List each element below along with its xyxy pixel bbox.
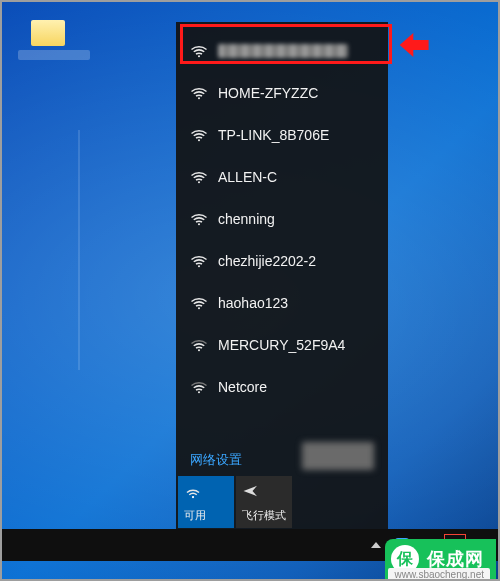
svg-point-6: [198, 307, 200, 309]
wifi-icon: [184, 482, 202, 500]
wifi-list: HOME-ZFYZZC TP-LINK_8B706E ALLEN-C chenn…: [176, 22, 388, 446]
svg-point-5: [198, 265, 200, 267]
desktop-icon[interactable]: [18, 20, 78, 60]
wifi-icon: [190, 84, 208, 102]
quick-action-wifi[interactable]: 可用: [178, 476, 234, 528]
svg-point-4: [198, 223, 200, 225]
wifi-name: Netcore: [218, 379, 267, 395]
wifi-icon: [190, 42, 208, 60]
svg-point-2: [198, 139, 200, 141]
wifi-icon: [190, 126, 208, 144]
quick-action-airplane[interactable]: 飞行模式: [236, 476, 292, 528]
wifi-name: TP-LINK_8B706E: [218, 127, 329, 143]
network-settings-link[interactable]: 网络设置: [190, 451, 242, 469]
wifi-item[interactable]: HOME-ZFYZZC: [176, 72, 388, 114]
wifi-item[interactable]: Netcore: [176, 366, 388, 408]
svg-point-8: [198, 391, 200, 393]
wifi-item[interactable]: [176, 30, 388, 72]
wifi-name: chenning: [218, 211, 275, 227]
wifi-icon: [190, 252, 208, 270]
svg-point-7: [198, 349, 200, 351]
network-settings-meta-blur: [302, 442, 374, 470]
wifi-name: MERCURY_52F9A4: [218, 337, 345, 353]
tray-overflow-chevron-icon[interactable]: [366, 535, 386, 555]
wifi-name: ALLEN-C: [218, 169, 277, 185]
folder-icon: [31, 20, 65, 46]
quick-action-airplane-label: 飞行模式: [242, 508, 286, 523]
network-flyout: HOME-ZFYZZC TP-LINK_8B706E ALLEN-C chenn…: [176, 22, 388, 530]
airplane-icon: [242, 482, 260, 500]
svg-point-1: [198, 97, 200, 99]
wifi-item[interactable]: MERCURY_52F9A4: [176, 324, 388, 366]
svg-point-3: [198, 181, 200, 183]
wifi-item[interactable]: chezhijie2202-2: [176, 240, 388, 282]
annotation-arrow-icon: [398, 30, 432, 60]
wifi-icon: [190, 378, 208, 396]
wifi-name: HOME-ZFYZZC: [218, 85, 318, 101]
wifi-icon: [190, 210, 208, 228]
wifi-icon: [190, 168, 208, 186]
wifi-name: chezhijie2202-2: [218, 253, 316, 269]
wifi-item[interactable]: haohao123: [176, 282, 388, 324]
wifi-name: [218, 44, 348, 58]
wifi-icon: [190, 294, 208, 312]
wifi-item[interactable]: TP-LINK_8B706E: [176, 114, 388, 156]
wifi-name: haohao123: [218, 295, 288, 311]
desktop-icon-label: [18, 50, 90, 60]
quick-action-wifi-label: 可用: [184, 508, 228, 523]
wifi-icon: [190, 336, 208, 354]
quick-actions: 可用 飞行模式: [176, 476, 388, 530]
watermark-url: www.sbaocheng.net: [388, 568, 490, 581]
network-settings-row: 网络设置: [176, 446, 388, 476]
wifi-item[interactable]: chenning: [176, 198, 388, 240]
svg-point-9: [192, 496, 194, 498]
svg-point-0: [198, 55, 200, 57]
desktop-wallpaper: HOME-ZFYZZC TP-LINK_8B706E ALLEN-C chenn…: [0, 0, 500, 581]
wifi-item[interactable]: ALLEN-C: [176, 156, 388, 198]
